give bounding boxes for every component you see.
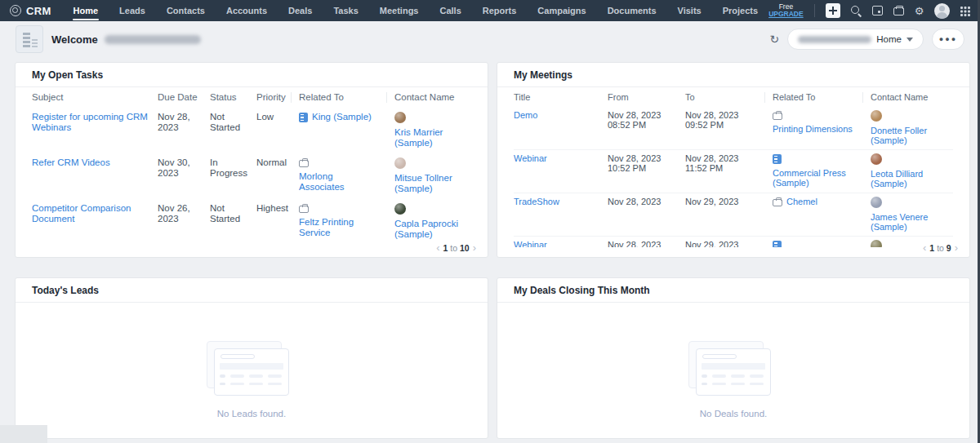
view-suffix: Home (876, 34, 902, 44)
header-actions: ↻ Home ●●● (770, 29, 964, 50)
welcome-header: Welcome ↻ Home ●●● (0, 21, 978, 57)
contact-link[interactable]: Kris Marrier (Sample) (394, 127, 463, 148)
contact-link[interactable]: Mitsue Tollner (Sample) (394, 173, 463, 194)
contact-link[interactable]: James Venere (Sample) (871, 212, 945, 233)
crm-logo-icon (10, 5, 21, 16)
column-header: Priority (256, 92, 291, 103)
subject-cell: TradeShow (514, 197, 608, 207)
subject-cell: Refer CRM Videos (32, 157, 158, 168)
text-cell: Nov 28, 2023 10:52 PM (608, 153, 685, 174)
contact-cell: Capla Paprocki (Sample) (386, 203, 471, 240)
related-link[interactable]: King (Sample) (312, 112, 372, 122)
empty-state-illustration (214, 348, 289, 396)
related-link[interactable]: Morlong Associates (299, 171, 378, 193)
upgrade-link[interactable]: Free UPGRADE (768, 3, 804, 18)
nav-item-deals[interactable]: Deals (278, 0, 323, 21)
related-link[interactable]: Feltz Printing Service (299, 217, 378, 238)
nav-item-tasks[interactable]: Tasks (323, 0, 368, 21)
empty-state-illustration (696, 348, 771, 396)
tasks-pagination: ‹ 1 to 10 › (431, 243, 476, 253)
more-options-button[interactable]: ●●● (932, 29, 964, 50)
contact-link[interactable]: Leota Dilliard (Sample) (871, 169, 945, 189)
nav-item-accounts[interactable]: Accounts (216, 0, 278, 21)
record-link[interactable]: Register for upcoming CRM Webinars (32, 112, 148, 132)
open-tasks-table: SubjectDue DateStatusPriorityRelated ToC… (16, 87, 488, 247)
text-cell: Low (256, 112, 291, 122)
text-cell: Nov 28, 2023 (608, 197, 685, 207)
nav-item-projects[interactable]: Projects (712, 0, 768, 21)
text-cell: Nov 28, 2023 09:52 PM (685, 110, 764, 131)
nav-item-documents[interactable]: Documents (597, 0, 667, 21)
panel-title: My Deals Closing This Month (497, 278, 969, 303)
marketplace-icon[interactable] (893, 7, 904, 16)
contact-avatar (394, 157, 406, 169)
search-icon[interactable] (851, 6, 862, 16)
nav-item-home[interactable]: Home (63, 0, 109, 21)
related-link[interactable]: Commercial Press (Sample) (773, 168, 854, 188)
navbar-actions: Free UPGRADE ⚙ (768, 3, 980, 19)
panel-title: Today's Leads (16, 278, 488, 303)
column-header: Title (514, 92, 608, 103)
prev-page-icon[interactable]: ‹ (923, 243, 926, 253)
page-title: Welcome (51, 33, 201, 46)
my-meetings-panel: My Meetings TitleFromToRelated ToContact… (497, 62, 970, 258)
table-header-row: SubjectDue DateStatusPriorityRelated ToC… (32, 87, 471, 107)
building-icon (299, 113, 308, 122)
contact-avatar (871, 153, 882, 165)
company-building-icon (16, 25, 43, 53)
prev-page-icon[interactable]: ‹ (436, 243, 439, 253)
settings-gear-icon[interactable]: ⚙ (915, 6, 924, 16)
next-page-icon[interactable]: › (473, 243, 476, 253)
nav-item-contacts[interactable]: Contacts (156, 0, 216, 21)
column-header: Contact Name (386, 92, 471, 103)
contact-cell: Mitsue Tollner (Sample) (386, 157, 471, 194)
my-open-tasks-panel: My Open Tasks SubjectDue DateStatusPrior… (15, 62, 488, 258)
text-cell: Highest (256, 203, 291, 214)
refresh-icon[interactable]: ↻ (770, 33, 780, 45)
record-link[interactable]: Refer CRM Videos (32, 157, 110, 167)
related-link[interactable]: Printing Dimensions (773, 124, 853, 135)
panel-title: My Open Tasks (16, 63, 488, 87)
table-row: TradeShowNov 28, 2023Nov 29, 2023ChemelJ… (514, 193, 953, 237)
text-cell: Nov 28, 2023 08:52 PM (608, 110, 685, 131)
nav-item-reports[interactable]: Reports (472, 0, 528, 21)
related-to-cell: Feltz Printing Service (291, 203, 386, 238)
nav-item-campaigns[interactable]: Campaigns (527, 0, 596, 21)
calendar-icon[interactable] (872, 6, 883, 16)
nav-item-meetings[interactable]: Meetings (369, 0, 430, 21)
brand[interactable]: CRM (0, 5, 63, 17)
related-link[interactable]: Chemel (786, 197, 817, 207)
briefcase-icon (299, 160, 309, 167)
column-header: From (608, 92, 685, 103)
text-cell: Normal (256, 157, 291, 168)
brand-name: CRM (26, 5, 51, 17)
column-header: To (685, 92, 764, 103)
column-header: Related To (764, 92, 862, 103)
nav-item-leads[interactable]: Leads (109, 0, 156, 21)
nav-item-calls[interactable]: Calls (429, 0, 471, 21)
text-cell: In Progress (210, 157, 256, 179)
record-link[interactable]: Competitor Comparison Document (32, 203, 131, 224)
text-cell: Not Started (210, 112, 256, 133)
record-link[interactable]: Webinar (514, 240, 547, 248)
text-cell: Nov 28, 2023 11:52 PM (685, 153, 764, 174)
contact-link[interactable]: Donette Foller (Sample) (871, 126, 945, 146)
my-deals-panel: My Deals Closing This Month No Deals fou… (497, 277, 970, 439)
dashboard-view-selector[interactable]: Home (787, 29, 924, 50)
record-link[interactable]: Webinar (514, 153, 547, 163)
record-link[interactable]: Demo (514, 110, 537, 120)
nav-item-visits[interactable]: Visits (667, 0, 712, 21)
column-header: Related To (291, 92, 386, 103)
next-page-icon[interactable]: › (955, 243, 958, 253)
table-row: Get Apporval from ManagerNov 27, 2023Not… (32, 244, 471, 247)
contact-cell: Donette Foller (Sample) (862, 110, 953, 146)
quick-create-button[interactable] (826, 3, 840, 18)
briefcase-icon (299, 206, 309, 213)
apps-grid-icon[interactable] (960, 7, 969, 16)
contact-link[interactable]: Capla Paprocki (Sample) (394, 219, 463, 240)
record-link[interactable]: TradeShow (514, 197, 559, 206)
empty-message: No Leads found. (16, 409, 488, 419)
text-cell: Nov 30, 2023 (158, 157, 210, 179)
subject-cell: Register for upcoming CRM Webinars (32, 112, 158, 133)
user-avatar[interactable] (934, 3, 950, 19)
